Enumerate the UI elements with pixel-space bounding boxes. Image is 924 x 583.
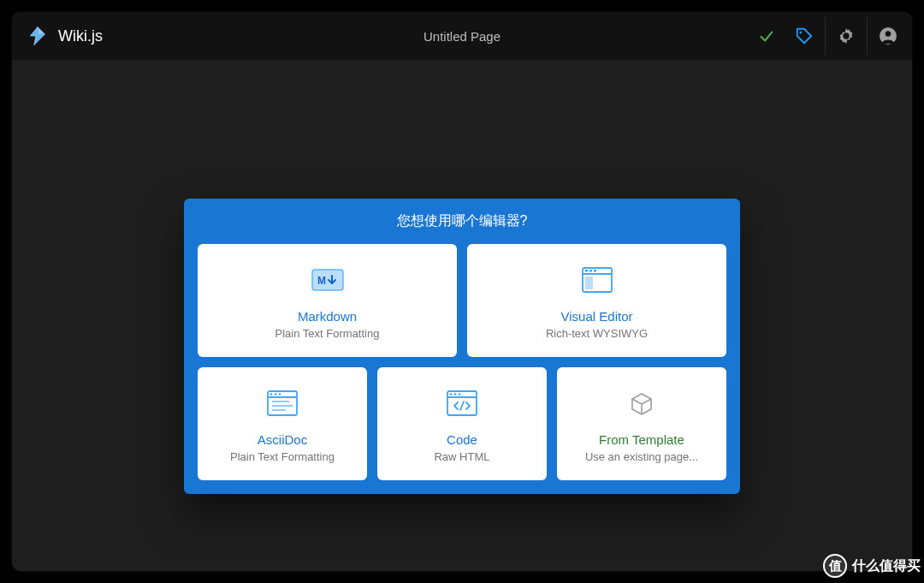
option-title: Code: [386, 432, 538, 447]
brand[interactable]: Wiki.js: [26, 24, 103, 48]
option-title: Visual Editor: [476, 309, 718, 324]
tag-icon: [795, 27, 814, 45]
svg-point-23: [459, 393, 461, 396]
svg-point-0: [800, 32, 803, 34]
option-subtitle: Plain Text Formatting: [206, 327, 448, 340]
template-icon: [566, 384, 718, 422]
tags-button[interactable]: [785, 17, 823, 55]
gear-icon: [837, 27, 856, 45]
editor-option-template[interactable]: From Template Use an existing page...: [557, 367, 726, 480]
watermark: 值 什么值得买: [823, 554, 921, 578]
svg-point-13: [270, 393, 273, 396]
top-actions: [748, 17, 907, 55]
editor-selection-dialog: 您想使用哪个编辑器? M Markdown Plain Text Formatt…: [184, 199, 740, 494]
editor-option-markdown[interactable]: M Markdown Plain Text Formatting: [198, 244, 457, 357]
svg-rect-10: [585, 277, 593, 289]
separator: [825, 17, 826, 55]
visual-editor-icon: [476, 261, 718, 299]
separator: [867, 17, 868, 55]
dialog-title: 您想使用哪个编辑器?: [198, 212, 726, 230]
dialog-row-top: M Markdown Plain Text Formatting: [198, 244, 726, 357]
editor-option-code[interactable]: Code Raw HTML: [377, 367, 547, 480]
checkmark-icon: [757, 27, 776, 45]
asciidoc-icon: [206, 384, 358, 422]
svg-point-21: [450, 393, 453, 396]
svg-point-15: [279, 393, 281, 396]
svg-rect-19: [447, 391, 477, 415]
editor-option-visual[interactable]: Visual Editor Rich-text WYSIWYG: [467, 244, 726, 357]
option-subtitle: Plain Text Formatting: [206, 450, 358, 463]
option-title: From Template: [566, 432, 718, 447]
watermark-badge: 值: [823, 554, 847, 578]
account-button[interactable]: [869, 17, 907, 55]
code-icon: [386, 384, 538, 422]
svg-point-2: [886, 31, 891, 36]
option-title: Markdown: [206, 309, 448, 324]
save-button[interactable]: [748, 17, 785, 55]
editor-option-asciidoc[interactable]: AsciiDoc Plain Text Formatting: [198, 367, 367, 480]
option-subtitle: Use an existing page...: [566, 450, 718, 463]
svg-text:M: M: [317, 275, 326, 287]
app-window: Wiki.js Untitled Page: [12, 12, 912, 571]
svg-rect-7: [585, 270, 588, 272]
settings-button[interactable]: [827, 17, 865, 55]
wikijs-logo-icon: [26, 24, 50, 48]
svg-point-14: [275, 393, 277, 396]
dialog-overlay: 您想使用哪个编辑器? M Markdown Plain Text Formatt…: [12, 60, 912, 571]
option-subtitle: Rich-text WYSIWYG: [476, 327, 718, 340]
svg-rect-8: [589, 270, 592, 272]
brand-text: Wiki.js: [58, 27, 103, 45]
user-icon: [878, 26, 898, 46]
topbar: Wiki.js Untitled Page: [12, 12, 912, 60]
option-subtitle: Raw HTML: [386, 450, 538, 463]
svg-rect-9: [594, 270, 596, 272]
dialog-row-bottom: AsciiDoc Plain Text Formatting: [198, 367, 726, 480]
page-title: Untitled Page: [424, 29, 500, 44]
svg-point-22: [454, 393, 457, 396]
markdown-icon: M: [206, 261, 448, 299]
option-title: AsciiDoc: [206, 432, 358, 447]
watermark-text: 什么值得买: [852, 557, 921, 575]
svg-rect-11: [268, 391, 297, 415]
